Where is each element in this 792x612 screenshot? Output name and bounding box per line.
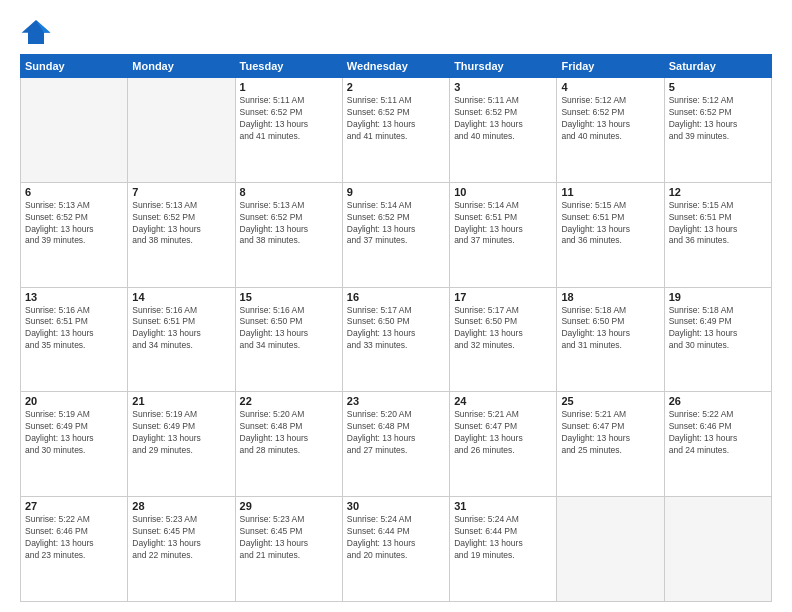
calendar-week-row: 1Sunrise: 5:11 AM Sunset: 6:52 PM Daylig… bbox=[21, 78, 772, 183]
calendar-cell: 23Sunrise: 5:20 AM Sunset: 6:48 PM Dayli… bbox=[342, 392, 449, 497]
calendar-cell: 24Sunrise: 5:21 AM Sunset: 6:47 PM Dayli… bbox=[450, 392, 557, 497]
day-number: 1 bbox=[240, 81, 338, 93]
logo-icon bbox=[20, 18, 52, 46]
day-number: 29 bbox=[240, 500, 338, 512]
day-number: 11 bbox=[561, 186, 659, 198]
calendar-cell: 3Sunrise: 5:11 AM Sunset: 6:52 PM Daylig… bbox=[450, 78, 557, 183]
calendar-day-header: Tuesday bbox=[235, 55, 342, 78]
calendar-cell: 19Sunrise: 5:18 AM Sunset: 6:49 PM Dayli… bbox=[664, 287, 771, 392]
calendar-day-header: Friday bbox=[557, 55, 664, 78]
day-info: Sunrise: 5:15 AM Sunset: 6:51 PM Dayligh… bbox=[669, 200, 767, 248]
day-info: Sunrise: 5:11 AM Sunset: 6:52 PM Dayligh… bbox=[240, 95, 338, 143]
day-number: 3 bbox=[454, 81, 552, 93]
calendar-cell: 5Sunrise: 5:12 AM Sunset: 6:52 PM Daylig… bbox=[664, 78, 771, 183]
calendar-week-row: 27Sunrise: 5:22 AM Sunset: 6:46 PM Dayli… bbox=[21, 497, 772, 602]
calendar-week-row: 13Sunrise: 5:16 AM Sunset: 6:51 PM Dayli… bbox=[21, 287, 772, 392]
day-number: 25 bbox=[561, 395, 659, 407]
day-info: Sunrise: 5:14 AM Sunset: 6:51 PM Dayligh… bbox=[454, 200, 552, 248]
day-number: 14 bbox=[132, 291, 230, 303]
calendar-cell bbox=[128, 78, 235, 183]
day-info: Sunrise: 5:16 AM Sunset: 6:50 PM Dayligh… bbox=[240, 305, 338, 353]
calendar-cell: 6Sunrise: 5:13 AM Sunset: 6:52 PM Daylig… bbox=[21, 182, 128, 287]
day-number: 20 bbox=[25, 395, 123, 407]
calendar-cell: 4Sunrise: 5:12 AM Sunset: 6:52 PM Daylig… bbox=[557, 78, 664, 183]
calendar-table: SundayMondayTuesdayWednesdayThursdayFrid… bbox=[20, 54, 772, 602]
calendar-cell: 25Sunrise: 5:21 AM Sunset: 6:47 PM Dayli… bbox=[557, 392, 664, 497]
calendar-day-header: Wednesday bbox=[342, 55, 449, 78]
calendar-cell: 17Sunrise: 5:17 AM Sunset: 6:50 PM Dayli… bbox=[450, 287, 557, 392]
day-info: Sunrise: 5:17 AM Sunset: 6:50 PM Dayligh… bbox=[347, 305, 445, 353]
day-number: 16 bbox=[347, 291, 445, 303]
day-number: 4 bbox=[561, 81, 659, 93]
header bbox=[20, 18, 772, 46]
day-info: Sunrise: 5:21 AM Sunset: 6:47 PM Dayligh… bbox=[561, 409, 659, 457]
day-number: 6 bbox=[25, 186, 123, 198]
calendar-cell bbox=[557, 497, 664, 602]
calendar-day-header: Saturday bbox=[664, 55, 771, 78]
calendar-cell: 15Sunrise: 5:16 AM Sunset: 6:50 PM Dayli… bbox=[235, 287, 342, 392]
day-number: 13 bbox=[25, 291, 123, 303]
day-number: 19 bbox=[669, 291, 767, 303]
day-info: Sunrise: 5:16 AM Sunset: 6:51 PM Dayligh… bbox=[132, 305, 230, 353]
day-number: 26 bbox=[669, 395, 767, 407]
day-info: Sunrise: 5:16 AM Sunset: 6:51 PM Dayligh… bbox=[25, 305, 123, 353]
day-info: Sunrise: 5:13 AM Sunset: 6:52 PM Dayligh… bbox=[132, 200, 230, 248]
day-info: Sunrise: 5:11 AM Sunset: 6:52 PM Dayligh… bbox=[454, 95, 552, 143]
day-info: Sunrise: 5:18 AM Sunset: 6:50 PM Dayligh… bbox=[561, 305, 659, 353]
calendar-cell: 20Sunrise: 5:19 AM Sunset: 6:49 PM Dayli… bbox=[21, 392, 128, 497]
calendar-cell: 29Sunrise: 5:23 AM Sunset: 6:45 PM Dayli… bbox=[235, 497, 342, 602]
calendar-cell: 12Sunrise: 5:15 AM Sunset: 6:51 PM Dayli… bbox=[664, 182, 771, 287]
day-number: 30 bbox=[347, 500, 445, 512]
calendar-cell: 7Sunrise: 5:13 AM Sunset: 6:52 PM Daylig… bbox=[128, 182, 235, 287]
calendar-day-header: Thursday bbox=[450, 55, 557, 78]
calendar-week-row: 6Sunrise: 5:13 AM Sunset: 6:52 PM Daylig… bbox=[21, 182, 772, 287]
day-number: 24 bbox=[454, 395, 552, 407]
day-info: Sunrise: 5:18 AM Sunset: 6:49 PM Dayligh… bbox=[669, 305, 767, 353]
day-number: 12 bbox=[669, 186, 767, 198]
day-number: 15 bbox=[240, 291, 338, 303]
calendar-day-header: Sunday bbox=[21, 55, 128, 78]
day-info: Sunrise: 5:12 AM Sunset: 6:52 PM Dayligh… bbox=[669, 95, 767, 143]
calendar-header-row: SundayMondayTuesdayWednesdayThursdayFrid… bbox=[21, 55, 772, 78]
day-info: Sunrise: 5:12 AM Sunset: 6:52 PM Dayligh… bbox=[561, 95, 659, 143]
calendar-cell: 22Sunrise: 5:20 AM Sunset: 6:48 PM Dayli… bbox=[235, 392, 342, 497]
calendar-cell: 1Sunrise: 5:11 AM Sunset: 6:52 PM Daylig… bbox=[235, 78, 342, 183]
calendar-cell: 26Sunrise: 5:22 AM Sunset: 6:46 PM Dayli… bbox=[664, 392, 771, 497]
day-number: 5 bbox=[669, 81, 767, 93]
day-info: Sunrise: 5:20 AM Sunset: 6:48 PM Dayligh… bbox=[240, 409, 338, 457]
calendar-week-row: 20Sunrise: 5:19 AM Sunset: 6:49 PM Dayli… bbox=[21, 392, 772, 497]
day-info: Sunrise: 5:13 AM Sunset: 6:52 PM Dayligh… bbox=[240, 200, 338, 248]
calendar-cell: 27Sunrise: 5:22 AM Sunset: 6:46 PM Dayli… bbox=[21, 497, 128, 602]
day-number: 18 bbox=[561, 291, 659, 303]
day-info: Sunrise: 5:23 AM Sunset: 6:45 PM Dayligh… bbox=[132, 514, 230, 562]
day-info: Sunrise: 5:21 AM Sunset: 6:47 PM Dayligh… bbox=[454, 409, 552, 457]
day-info: Sunrise: 5:19 AM Sunset: 6:49 PM Dayligh… bbox=[132, 409, 230, 457]
page: SundayMondayTuesdayWednesdayThursdayFrid… bbox=[0, 0, 792, 612]
day-info: Sunrise: 5:24 AM Sunset: 6:44 PM Dayligh… bbox=[454, 514, 552, 562]
day-info: Sunrise: 5:22 AM Sunset: 6:46 PM Dayligh… bbox=[25, 514, 123, 562]
calendar-cell: 11Sunrise: 5:15 AM Sunset: 6:51 PM Dayli… bbox=[557, 182, 664, 287]
calendar-cell: 18Sunrise: 5:18 AM Sunset: 6:50 PM Dayli… bbox=[557, 287, 664, 392]
day-number: 9 bbox=[347, 186, 445, 198]
day-number: 2 bbox=[347, 81, 445, 93]
day-info: Sunrise: 5:14 AM Sunset: 6:52 PM Dayligh… bbox=[347, 200, 445, 248]
day-info: Sunrise: 5:23 AM Sunset: 6:45 PM Dayligh… bbox=[240, 514, 338, 562]
day-number: 31 bbox=[454, 500, 552, 512]
calendar-cell: 14Sunrise: 5:16 AM Sunset: 6:51 PM Dayli… bbox=[128, 287, 235, 392]
day-number: 7 bbox=[132, 186, 230, 198]
logo bbox=[20, 18, 56, 46]
day-info: Sunrise: 5:20 AM Sunset: 6:48 PM Dayligh… bbox=[347, 409, 445, 457]
calendar-cell: 28Sunrise: 5:23 AM Sunset: 6:45 PM Dayli… bbox=[128, 497, 235, 602]
day-info: Sunrise: 5:24 AM Sunset: 6:44 PM Dayligh… bbox=[347, 514, 445, 562]
calendar-cell: 8Sunrise: 5:13 AM Sunset: 6:52 PM Daylig… bbox=[235, 182, 342, 287]
calendar-cell: 16Sunrise: 5:17 AM Sunset: 6:50 PM Dayli… bbox=[342, 287, 449, 392]
day-info: Sunrise: 5:11 AM Sunset: 6:52 PM Dayligh… bbox=[347, 95, 445, 143]
calendar-cell: 9Sunrise: 5:14 AM Sunset: 6:52 PM Daylig… bbox=[342, 182, 449, 287]
calendar-cell: 13Sunrise: 5:16 AM Sunset: 6:51 PM Dayli… bbox=[21, 287, 128, 392]
calendar-cell: 21Sunrise: 5:19 AM Sunset: 6:49 PM Dayli… bbox=[128, 392, 235, 497]
day-number: 22 bbox=[240, 395, 338, 407]
day-info: Sunrise: 5:19 AM Sunset: 6:49 PM Dayligh… bbox=[25, 409, 123, 457]
calendar-cell: 30Sunrise: 5:24 AM Sunset: 6:44 PM Dayli… bbox=[342, 497, 449, 602]
calendar-day-header: Monday bbox=[128, 55, 235, 78]
calendar-cell: 31Sunrise: 5:24 AM Sunset: 6:44 PM Dayli… bbox=[450, 497, 557, 602]
